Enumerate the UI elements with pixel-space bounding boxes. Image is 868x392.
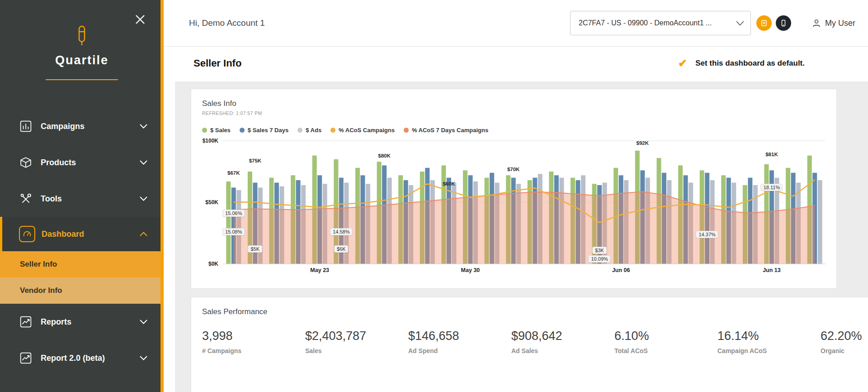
sales-info-card: Sales Info REFRESHED: 1:07:57 PM $ Sales…	[191, 89, 837, 289]
sidebar-item-label: Dashboard	[42, 229, 84, 239]
sidebar-item-report-2-0[interactable]: Report 2.0 (beta)	[0, 340, 164, 376]
legend-item[interactable]: $ Sales 7 Days	[240, 127, 288, 134]
chevron-down-icon	[140, 320, 147, 324]
document-badge-icon	[760, 19, 768, 27]
sidebar-item-label: Seller Info	[20, 260, 57, 269]
sidebar-item-label: Report 2.0 (beta)	[41, 354, 105, 363]
sales-performance-card: Sales Performance 3,998# Campaigns$2,403…	[191, 297, 868, 392]
sidebar-accent-strip	[160, 0, 164, 392]
metric-label: Organic	[821, 347, 868, 354]
dashboard-panel: Sales Info REFRESHED: 1:07:57 PM $ Sales…	[175, 81, 868, 392]
legend-label: % ACoS 7 Days Campaigns	[412, 127, 488, 134]
mobile-device-icon	[780, 19, 787, 27]
sidebar-item-campaigns[interactable]: Campaigns	[0, 108, 164, 144]
legend-item[interactable]: % ACoS 7 Days Campaigns	[404, 127, 488, 134]
sidebar-item-label: Campaigns	[41, 122, 85, 131]
metric-value: 6.10%	[614, 329, 717, 343]
metric: $908,642Ad Sales	[511, 329, 614, 354]
legend-item[interactable]: % ACoS Campaigns	[330, 127, 395, 134]
card-title: Sales Performance	[202, 307, 868, 316]
sidebar-item-tools[interactable]: Tools	[0, 181, 164, 217]
user-menu[interactable]: My User	[812, 19, 855, 28]
sales-chart-svg	[223, 141, 826, 264]
sidebar-item-products[interactable]: Products	[0, 144, 164, 181]
x-axis: May 23May 30Jun 06Jun 13	[223, 264, 826, 276]
metric-value: 16.14%	[717, 329, 821, 343]
y-axis-label: $0K	[208, 261, 218, 267]
metric: 3,998# Campaigns	[202, 329, 305, 354]
sidebar-item-label: Vendor Info	[20, 286, 62, 295]
tools-icon	[19, 192, 33, 206]
sales-chart-plot[interactable]: $75K$67K15.06%15.08%$5K14.58%$6K$80K$60K…	[223, 141, 826, 264]
metric-value: $146,658	[408, 329, 511, 343]
metric: $146,658Ad Spend	[408, 329, 511, 354]
metric-label: Sales	[305, 347, 408, 354]
metric: 6.10%Total ACoS	[614, 329, 717, 354]
account-selector-dropdown[interactable]: 2C7FA7 - US - 09900 - DemoAccount1 ...	[570, 11, 751, 35]
metric-label: Total ACoS	[614, 347, 717, 354]
y-axis-label: $100K	[203, 138, 218, 144]
x-axis-label: Jun 06	[612, 267, 630, 273]
refreshed-timestamp: REFRESHED: 1:07:57 PM	[202, 110, 826, 116]
logo-underline	[46, 79, 118, 80]
line-chart-icon	[19, 315, 33, 329]
chevron-down-icon	[736, 21, 744, 26]
x-axis-label: May 30	[461, 267, 480, 273]
legend-label: $ Ads	[306, 127, 321, 134]
sidebar-item-label: Products	[41, 158, 76, 167]
legend-label: $ Sales	[210, 127, 231, 134]
sidebar-item-dashboard[interactable]: Dashboard	[0, 217, 164, 251]
close-icon	[133, 13, 147, 26]
metrics-row: 3,998# Campaigns$2,403,787Sales$146,658A…	[202, 329, 868, 354]
legend-dot	[202, 128, 207, 133]
sidebar-nav: Campaigns Products Tool	[0, 108, 164, 376]
close-sidebar-button[interactable]	[132, 12, 148, 28]
legend-item[interactable]: $ Sales	[202, 127, 231, 134]
metric-label: Ad Spend	[408, 347, 511, 354]
legend-dot	[404, 128, 409, 133]
y-axis: $100K $50K $0K	[202, 141, 223, 264]
user-label: My User	[825, 19, 855, 28]
set-default-dashboard-toggle[interactable]: ✔ Set this dashboard as default.	[678, 58, 805, 69]
gauge-icon	[19, 226, 35, 242]
legend-dot	[240, 128, 245, 133]
metric: 16.14%Campaign ACoS	[717, 329, 821, 354]
set-default-label: Set this dashboard as default.	[695, 59, 805, 68]
metric-value: $908,642	[511, 329, 614, 343]
chevron-down-icon	[140, 356, 147, 360]
legend-label: $ Sales 7 Days	[248, 127, 288, 134]
logo-text: Quartile	[0, 53, 164, 67]
mobile-badge-button[interactable]	[776, 15, 791, 31]
metric-label: Campaign ACoS	[717, 347, 821, 354]
legend-dot	[297, 128, 302, 133]
main-area: Hi, Demo Account 1 2C7FA7 - US - 09900 -…	[164, 0, 868, 392]
metric-value: 62.20%	[821, 329, 868, 343]
top-bar: Hi, Demo Account 1 2C7FA7 - US - 09900 -…	[164, 0, 868, 47]
cube-icon	[19, 156, 33, 169]
top-bar-right: 2C7FA7 - US - 09900 - DemoAccount1 ...	[570, 11, 855, 35]
chevron-up-icon	[140, 232, 147, 236]
account-selector-value: 2C7FA7 - US - 09900 - DemoAccount1 ...	[579, 19, 736, 27]
metric-value: $2,403,787	[305, 329, 408, 343]
sidebar: Quartile Campaigns Products	[0, 0, 164, 392]
metric-label: Ad Sales	[511, 347, 614, 354]
sidebar-item-label: Tools	[41, 194, 62, 204]
chart-area: $100K $50K $0K $75K$67K15.06%15.08%$5K14…	[202, 141, 826, 264]
sidebar-item-seller-info[interactable]: Seller Info	[0, 251, 164, 277]
chart-legend: $ Sales$ Sales 7 Days$ Ads% ACoS Campaig…	[202, 127, 826, 134]
quartile-logo-icon	[74, 25, 90, 46]
y-axis-label: $50K	[205, 199, 218, 206]
bar-chart-icon	[19, 120, 33, 133]
user-icon	[812, 19, 821, 28]
orange-badge-button[interactable]	[756, 15, 772, 31]
legend-dot	[330, 128, 335, 133]
sidebar-item-vendor-info[interactable]: Vendor Info	[0, 277, 164, 304]
legend-item[interactable]: $ Ads	[297, 127, 321, 134]
metric: $2,403,787Sales	[305, 329, 408, 354]
x-axis-label: May 23	[310, 267, 329, 273]
greeting-text: Hi, Demo Account 1	[189, 18, 265, 28]
content-area: Seller Info ✔ Set this dashboard as defa…	[164, 47, 868, 392]
sidebar-item-reports[interactable]: Reports	[0, 304, 164, 340]
chevron-down-icon	[140, 160, 147, 165]
title-row: Seller Info ✔ Set this dashboard as defa…	[164, 47, 868, 69]
